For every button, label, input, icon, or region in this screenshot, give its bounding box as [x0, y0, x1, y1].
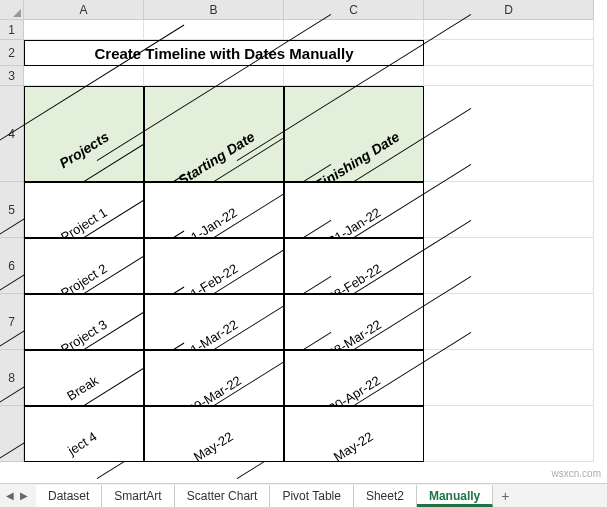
cell-d3[interactable] [424, 66, 594, 86]
cell-b9-value: ject 4 [65, 429, 99, 458]
cell-a1[interactable] [24, 20, 144, 40]
select-all-corner[interactable] [0, 0, 24, 20]
cell-e8[interactable] [424, 350, 594, 406]
cell-c9-value: May-22 [191, 429, 236, 465]
header-finishing-date[interactable]: Finishing Date [284, 86, 424, 182]
col-header-d[interactable]: D [424, 0, 594, 20]
cell-a3[interactable] [24, 66, 144, 86]
cell-e5[interactable] [424, 182, 594, 238]
tab-nav-next[interactable]: ▶ [18, 488, 30, 504]
cell-e6[interactable] [424, 238, 594, 294]
cell-d1[interactable] [424, 20, 594, 40]
row-header-1[interactable]: 1 [0, 20, 24, 40]
cell-d5[interactable]: 31-Jan-22 [284, 182, 424, 238]
header-starting-date[interactable]: Starting Date [144, 86, 284, 182]
cell-d6[interactable]: 28-Feb-22 [284, 238, 424, 294]
cell-b7[interactable]: Project 3 [24, 294, 144, 350]
cell-e7[interactable] [424, 294, 594, 350]
header-projects-label: Projects [56, 128, 111, 171]
cell-d9-value: May-22 [331, 429, 376, 465]
cell-e2[interactable] [424, 40, 594, 66]
sheet-tabs: ◀ ▶ Dataset SmartArt Scatter Chart Pivot… [0, 483, 607, 507]
row-header-3[interactable]: 3 [0, 66, 24, 86]
add-sheet-button[interactable]: + [493, 485, 517, 507]
cell-c6[interactable]: 1-Feb-22 [144, 238, 284, 294]
tab-nav-prev[interactable]: ◀ [4, 488, 16, 504]
cell-d8[interactable]: 30-Apr-22 [284, 350, 424, 406]
col-header-c[interactable]: C [284, 0, 424, 20]
cell-c7[interactable]: 1-Mar-22 [144, 294, 284, 350]
cell-b9[interactable]: ject 4 [24, 406, 144, 462]
cell-b3[interactable] [144, 66, 284, 86]
cell-e4[interactable] [424, 86, 594, 182]
cell-e9[interactable] [424, 406, 594, 462]
cell-b6[interactable]: Project 2 [24, 238, 144, 294]
watermark: wsxcn.com [552, 468, 601, 479]
cell-b8[interactable]: Break [24, 350, 144, 406]
cell-d7[interactable]: 28-Mar-22 [284, 294, 424, 350]
col-header-a[interactable]: A [24, 0, 144, 20]
cell-b5[interactable]: Project 1 [24, 182, 144, 238]
spreadsheet-grid: A B C D 1 2 Create Timeline with Dates M… [0, 0, 607, 462]
tab-dataset[interactable]: Dataset [36, 485, 102, 507]
header-projects[interactable]: Projects [24, 86, 144, 182]
tab-sheet2[interactable]: Sheet2 [354, 485, 417, 507]
cell-c5[interactable]: 1-Jan-22 [144, 182, 284, 238]
tab-manually[interactable]: Manually [417, 485, 493, 507]
cell-c3[interactable] [284, 66, 424, 86]
tab-scatter-chart[interactable]: Scatter Chart [175, 485, 271, 507]
cell-c8[interactable]: 29-Mar-22 [144, 350, 284, 406]
cell-d9[interactable]: May-22 [284, 406, 424, 462]
cell-c9[interactable]: May-22 [144, 406, 284, 462]
col-header-b[interactable]: B [144, 0, 284, 20]
row-header-4[interactable]: 4 [0, 86, 24, 182]
tab-smartart[interactable]: SmartArt [102, 485, 174, 507]
title-cell[interactable]: Create Timeline with Dates Manually [24, 40, 424, 66]
row-header-2[interactable]: 2 [0, 40, 24, 66]
tab-pivot-table[interactable]: Pivot Table [270, 485, 353, 507]
